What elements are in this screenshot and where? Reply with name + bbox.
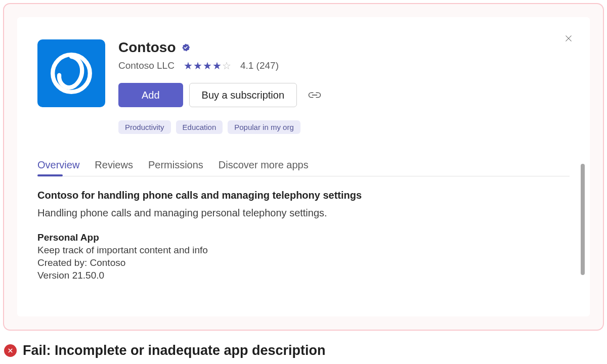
action-row: Add Buy a subscription (118, 83, 570, 107)
buy-subscription-button[interactable]: Buy a subscription (189, 83, 297, 107)
rating-value: 4.1 (247) (240, 60, 279, 71)
tag-row: Productivity Education Popular in my org (118, 120, 570, 134)
fail-label: Fail: Incomplete or inadequate app descr… (23, 343, 326, 358)
close-icon (564, 34, 573, 43)
section-title: Personal App (37, 232, 570, 243)
star-icon: ★ (184, 60, 193, 72)
fail-icon (4, 344, 17, 357)
created-by: Created by: Contoso (37, 257, 570, 268)
version: Version 21.50.0 (37, 270, 570, 281)
add-button[interactable]: Add (118, 83, 183, 107)
meta-row: Contoso LLC ★ ★ ★ ★ ☆ 4.1 (247) (118, 60, 570, 72)
publisher-name: Contoso LLC (118, 60, 175, 71)
example-frame: Contoso Contoso LLC ★ ★ ★ ★ ☆ 4 (3, 3, 604, 331)
link-icon (308, 90, 321, 100)
close-button[interactable] (561, 31, 576, 46)
overview-content: Contoso for handling phone calls and man… (37, 190, 570, 281)
app-title: Contoso (118, 39, 176, 56)
app-header: Contoso Contoso LLC ★ ★ ★ ★ ☆ 4 (118, 39, 570, 134)
app-logo (37, 39, 105, 107)
star-icon: ★ (212, 60, 222, 72)
overview-headline: Contoso for handling phone calls and man… (37, 190, 570, 201)
rating-stars: ★ ★ ★ ★ ☆ (184, 60, 231, 72)
verified-icon (181, 43, 190, 52)
app-detail-card: Contoso Contoso LLC ★ ★ ★ ★ ☆ 4 (17, 17, 590, 316)
star-icon: ★ (203, 60, 212, 72)
tab-permissions[interactable]: Permissions (148, 155, 203, 176)
star-icon: ★ (193, 60, 202, 72)
fail-annotation: Fail: Incomplete or inadequate app descr… (4, 343, 603, 358)
scrollbar-thumb[interactable] (581, 164, 585, 275)
section-line: Keep track of important content and info (37, 245, 570, 256)
app-logo-icon (48, 50, 95, 97)
tab-reviews[interactable]: Reviews (95, 155, 133, 176)
tab-bar: Overview Reviews Permissions Discover mo… (37, 155, 570, 176)
star-empty-icon: ☆ (222, 60, 231, 72)
tag-popular[interactable]: Popular in my org (228, 120, 300, 134)
app-header-row: Contoso Contoso LLC ★ ★ ★ ★ ☆ 4 (37, 39, 570, 134)
overview-description: Handling phone calls and managing person… (37, 207, 570, 219)
copy-link-button[interactable] (308, 90, 321, 100)
tag-productivity[interactable]: Productivity (118, 120, 171, 134)
tab-discover[interactable]: Discover more apps (219, 155, 309, 176)
title-row: Contoso (118, 39, 570, 56)
tag-education[interactable]: Education (176, 120, 223, 134)
tab-overview[interactable]: Overview (37, 155, 79, 176)
